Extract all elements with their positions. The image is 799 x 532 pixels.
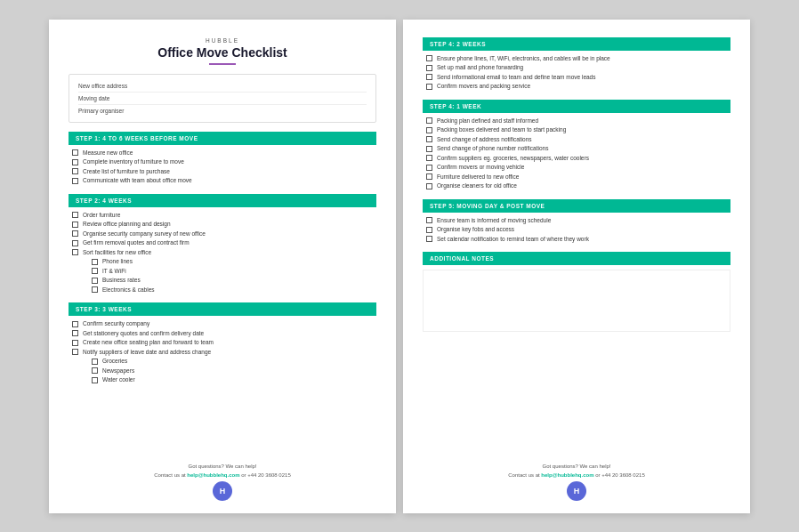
checkbox[interactable] [72, 340, 78, 346]
checkbox[interactable] [426, 146, 432, 152]
sub-items-step3: Groceries Newspapers Water cooler [92, 358, 373, 383]
info-box: New office address Moving date Primary o… [69, 74, 376, 123]
checkbox[interactable] [92, 367, 98, 374]
list-item: Furniture delivered to new office [426, 173, 727, 181]
checkbox[interactable] [72, 168, 78, 174]
hubble-badge: H [213, 481, 232, 501]
list-item: Measure new office [72, 149, 373, 157]
page2-footer: Got questions? We can help! Contact us a… [423, 456, 730, 501]
list-item: Review office planning and design [72, 221, 373, 228]
info-line-address: New office address [78, 80, 367, 93]
step3-header: STEP 3: 3 WEEKS [69, 302, 376, 316]
list-item: Confirm movers and packing service [426, 83, 727, 90]
checkbox[interactable] [426, 236, 432, 242]
step2-header: STEP 2: 4 WEEKS [69, 194, 376, 207]
checkbox[interactable] [72, 321, 78, 327]
checkbox[interactable] [426, 65, 432, 71]
footer-email: help@hubblehq.com [187, 472, 239, 478]
footer-line1: Got questions? We can help! [423, 463, 730, 469]
title-underline [209, 63, 236, 65]
list-item: Get stationery quotes and confirm delive… [72, 330, 373, 337]
checkbox[interactable] [72, 222, 78, 228]
step2-content: Order furniture Review office planning a… [69, 212, 376, 296]
list-item: Order furniture [72, 212, 373, 219]
brand-name: HUBBLE [69, 37, 376, 44]
list-item: Set up mail and phone forwarding [426, 64, 727, 71]
list-item: Communicate with team about office move [72, 177, 373, 184]
step4a-content: Ensure phone lines, IT, WiFi, electronic… [423, 55, 730, 93]
list-item: Packing plan defined and staff informed [426, 117, 727, 125]
footer-line2: Contact us at help@hubblehq.com or +44 2… [423, 472, 730, 478]
checkbox[interactable] [426, 117, 432, 124]
step1-content: Measure new office Complete inventory of… [69, 149, 376, 187]
checkbox[interactable] [426, 165, 432, 171]
step4a-header: STEP 4: 2 WEEKS [423, 37, 730, 51]
list-item: Organise key fobs and access [426, 226, 727, 233]
list-item: IT & WiFi [92, 268, 373, 275]
checkbox[interactable] [426, 74, 432, 80]
checkbox[interactable] [72, 249, 78, 255]
list-item: Send informational email to team and def… [426, 74, 727, 81]
checkbox[interactable] [72, 240, 78, 246]
list-item: Groceries [92, 358, 373, 365]
list-item: Phone lines [92, 258, 373, 265]
step5-header: STEP 5: MOVING DAY & POST MOVE [423, 199, 730, 213]
footer-email: help@hubblehq.com [541, 472, 593, 478]
list-item: Send change of address notifications [426, 136, 727, 143]
checkbox[interactable] [92, 278, 98, 284]
list-item: Confirm suppliers eg. groceries, newspap… [426, 155, 727, 162]
notes-header: ADDITIONAL NOTES [423, 252, 730, 265]
checkbox[interactable] [92, 286, 98, 293]
list-item: Complete inventory of furniture to move [72, 158, 373, 165]
checkbox[interactable] [72, 330, 78, 336]
list-item: Set calendar notification to remind team… [426, 236, 727, 243]
list-item: Organise security company survey of new … [72, 230, 373, 238]
checkbox[interactable] [92, 359, 98, 365]
list-item: Electronics & cables [92, 286, 373, 294]
list-item: Confirm movers or moving vehicle [426, 164, 727, 171]
list-item: Business rates [92, 277, 373, 284]
page1-footer: Got questions? We can help! Contact us a… [69, 456, 376, 501]
checkbox[interactable] [92, 259, 98, 265]
checkbox[interactable] [72, 159, 78, 165]
footer-line1: Got questions? We can help! [69, 463, 376, 469]
checkbox[interactable] [72, 349, 78, 355]
notes-box[interactable] [423, 270, 730, 332]
checkbox[interactable] [426, 173, 432, 180]
list-item: Confirm security company [72, 320, 373, 327]
list-item: Send change of phone number notification… [426, 145, 727, 152]
checkbox[interactable] [72, 178, 78, 184]
list-item: Get firm removal quotes and contract fir… [72, 239, 373, 246]
list-item: Sort facilities for new office [72, 249, 373, 256]
checkbox[interactable] [72, 230, 78, 237]
list-item: Notify suppliers of leave date and addre… [72, 349, 373, 356]
list-item: Water cooler [92, 376, 373, 383]
checkbox[interactable] [426, 217, 432, 223]
checkbox[interactable] [92, 377, 98, 383]
checkbox[interactable] [426, 227, 432, 233]
checkbox[interactable] [426, 55, 432, 61]
list-item: Create new office seating plan and forwa… [72, 339, 373, 346]
page-1: HUBBLE Office Move Checklist New office … [49, 20, 396, 513]
footer-line2: Contact us at help@hubblehq.com or +44 2… [69, 472, 376, 478]
hubble-badge: H [567, 481, 586, 501]
list-item: Newspapers [92, 367, 373, 375]
checkbox[interactable] [72, 212, 78, 218]
checkbox[interactable] [72, 149, 78, 156]
checkbox[interactable] [92, 268, 98, 274]
checkbox[interactable] [426, 127, 432, 133]
list-item: Packing boxes delivered and team to star… [426, 126, 727, 133]
step5-content: Ensure team is informed of moving schedu… [423, 217, 730, 246]
page-2: STEP 4: 2 WEEKS Ensure phone lines, IT, … [403, 20, 750, 513]
checkbox[interactable] [426, 183, 432, 189]
sub-items-step2: Phone lines IT & WiFi Business rates Ele… [92, 258, 373, 293]
checkbox[interactable] [426, 84, 432, 90]
step4b-header: STEP 4: 1 WEEK [423, 100, 730, 113]
checkbox[interactable] [426, 136, 432, 142]
list-item: Ensure team is informed of moving schedu… [426, 217, 727, 224]
list-item: Organise cleaners for old office [426, 182, 727, 189]
checkbox[interactable] [426, 155, 432, 161]
list-item: Create list of furniture to purchase [72, 168, 373, 175]
step4b-content: Packing plan defined and staff informed … [423, 117, 730, 192]
step1-header: STEP 1: 4 TO 6 WEEKS BEFORE MOVE [69, 132, 376, 145]
